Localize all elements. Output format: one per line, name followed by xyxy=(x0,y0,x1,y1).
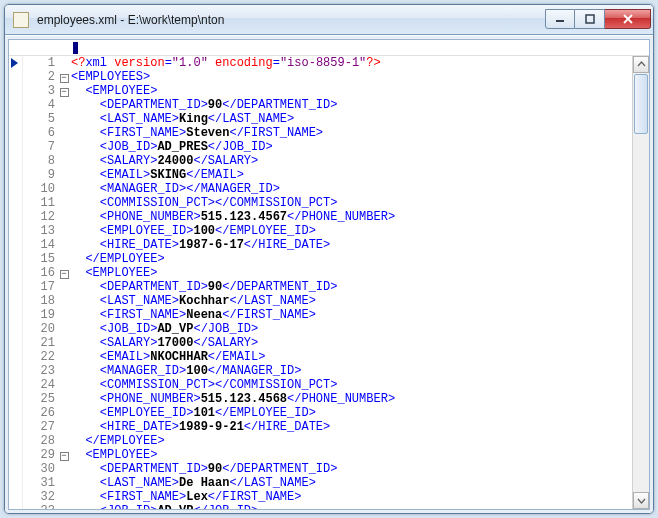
fold-toggle-icon[interactable]: − xyxy=(60,270,69,279)
bookmark-cell[interactable] xyxy=(9,296,22,310)
fold-cell[interactable] xyxy=(57,392,71,406)
code-line[interactable]: <EMPLOYEE> xyxy=(71,448,632,462)
fold-cell[interactable]: − xyxy=(57,84,71,98)
bookmark-cell[interactable] xyxy=(9,324,22,338)
fold-cell[interactable] xyxy=(57,490,71,504)
bookmark-cell[interactable] xyxy=(9,282,22,296)
bookmark-cell[interactable] xyxy=(9,408,22,422)
fold-toggle-icon[interactable]: − xyxy=(60,74,69,83)
fold-cell[interactable] xyxy=(57,56,71,70)
fold-cell[interactable] xyxy=(57,98,71,112)
code-line[interactable]: <?xml version="1.0" encoding="iso-8859-1… xyxy=(71,56,632,70)
fold-cell[interactable] xyxy=(57,238,71,252)
bookmark-cell[interactable] xyxy=(9,58,22,72)
code-line[interactable]: <LAST_NAME>De Haan</LAST_NAME> xyxy=(71,476,632,490)
bookmark-cell[interactable] xyxy=(9,450,22,464)
bookmark-cell[interactable] xyxy=(9,310,22,324)
fold-cell[interactable] xyxy=(57,280,71,294)
fold-cell[interactable] xyxy=(57,294,71,308)
vertical-scrollbar[interactable] xyxy=(632,56,649,509)
fold-cell[interactable] xyxy=(57,168,71,182)
code-line[interactable]: <HIRE_DATE>1987-6-17</HIRE_DATE> xyxy=(71,238,632,252)
code-line[interactable]: </EMPLOYEE> xyxy=(71,434,632,448)
fold-cell[interactable] xyxy=(57,182,71,196)
bookmark-cell[interactable] xyxy=(9,506,22,509)
fold-cell[interactable]: − xyxy=(57,266,71,280)
fold-cell[interactable] xyxy=(57,210,71,224)
fold-cell[interactable] xyxy=(57,420,71,434)
scrollbar-thumb[interactable] xyxy=(634,74,648,134)
bookmark-gutter[interactable] xyxy=(9,56,23,509)
code-line[interactable]: <EMPLOYEE> xyxy=(71,84,632,98)
fold-cell[interactable] xyxy=(57,308,71,322)
code-line[interactable]: <SALARY>24000</SALARY> xyxy=(71,154,632,168)
code-line[interactable]: <LAST_NAME>Kochhar</LAST_NAME> xyxy=(71,294,632,308)
fold-cell[interactable] xyxy=(57,364,71,378)
code-line[interactable]: <EMPLOYEE> xyxy=(71,266,632,280)
bookmark-cell[interactable] xyxy=(9,156,22,170)
fold-cell[interactable] xyxy=(57,126,71,140)
code-line[interactable]: <EMPLOYEES> xyxy=(71,70,632,84)
fold-cell[interactable]: − xyxy=(57,70,71,84)
fold-cell[interactable] xyxy=(57,406,71,420)
code-line[interactable]: <EMPLOYEE_ID>101</EMPLOYEE_ID> xyxy=(71,406,632,420)
bookmark-cell[interactable] xyxy=(9,226,22,240)
bookmark-cell[interactable] xyxy=(9,394,22,408)
bookmark-cell[interactable] xyxy=(9,72,22,86)
bookmark-cell[interactable] xyxy=(9,184,22,198)
bookmark-cell[interactable] xyxy=(9,170,22,184)
bookmark-cell[interactable] xyxy=(9,464,22,478)
fold-cell[interactable] xyxy=(57,154,71,168)
fold-cell[interactable] xyxy=(57,350,71,364)
scroll-up-button[interactable] xyxy=(633,56,649,73)
maximize-button[interactable] xyxy=(575,9,605,29)
bookmark-cell[interactable] xyxy=(9,352,22,366)
bookmark-cell[interactable] xyxy=(9,212,22,226)
fold-cell[interactable] xyxy=(57,322,71,336)
code-line[interactable]: <JOB_ID>AD_VP</JOB_ID> xyxy=(71,322,632,336)
code-text[interactable]: <?xml version="1.0" encoding="iso-8859-1… xyxy=(71,56,632,509)
code-line[interactable]: <DEPARTMENT_ID>90</DEPARTMENT_ID> xyxy=(71,98,632,112)
code-line[interactable]: <HIRE_DATE>1989-9-21</HIRE_DATE> xyxy=(71,420,632,434)
code-line[interactable]: <JOB_ID>AD_PRES</JOB_ID> xyxy=(71,140,632,154)
bookmark-cell[interactable] xyxy=(9,142,22,156)
code-line[interactable]: <FIRST_NAME>Neena</FIRST_NAME> xyxy=(71,308,632,322)
scroll-down-button[interactable] xyxy=(633,492,649,509)
code-line[interactable]: <COMMISSION_PCT></COMMISSION_PCT> xyxy=(71,196,632,210)
code-line[interactable]: <PHONE_NUMBER>515.123.4568</PHONE_NUMBER… xyxy=(71,392,632,406)
code-line[interactable]: <FIRST_NAME>Lex</FIRST_NAME> xyxy=(71,490,632,504)
code-line[interactable]: <EMPLOYEE_ID>100</EMPLOYEE_ID> xyxy=(71,224,632,238)
minimize-button[interactable] xyxy=(545,9,575,29)
bookmark-cell[interactable] xyxy=(9,338,22,352)
code-line[interactable]: </EMPLOYEE> xyxy=(71,252,632,266)
code-line[interactable]: <SALARY>17000</SALARY> xyxy=(71,336,632,350)
bookmark-cell[interactable] xyxy=(9,380,22,394)
bookmark-cell[interactable] xyxy=(9,254,22,268)
bookmark-cell[interactable] xyxy=(9,114,22,128)
fold-cell[interactable] xyxy=(57,378,71,392)
fold-cell[interactable] xyxy=(57,434,71,448)
code-line[interactable]: <COMMISSION_PCT></COMMISSION_PCT> xyxy=(71,378,632,392)
titlebar[interactable]: employees.xml - E:\work\temp\nton xyxy=(5,5,653,35)
code-line[interactable]: <DEPARTMENT_ID>90</DEPARTMENT_ID> xyxy=(71,280,632,294)
bookmark-cell[interactable] xyxy=(9,268,22,282)
fold-cell[interactable] xyxy=(57,112,71,126)
code-line[interactable]: <EMAIL>SKING</EMAIL> xyxy=(71,168,632,182)
bookmark-cell[interactable] xyxy=(9,198,22,212)
fold-cell[interactable] xyxy=(57,462,71,476)
close-button[interactable] xyxy=(605,9,651,29)
code-line[interactable]: <JOB ID>AD VP</JOB ID> xyxy=(71,504,632,509)
bookmark-cell[interactable] xyxy=(9,366,22,380)
fold-cell[interactable] xyxy=(57,476,71,490)
bookmark-cell[interactable] xyxy=(9,128,22,142)
bookmark-cell[interactable] xyxy=(9,478,22,492)
code-line[interactable]: <DEPARTMENT_ID>90</DEPARTMENT_ID> xyxy=(71,462,632,476)
code-line[interactable]: <FIRST_NAME>Steven</FIRST_NAME> xyxy=(71,126,632,140)
fold-gutter[interactable]: −−−− xyxy=(57,56,71,509)
fold-cell[interactable]: − xyxy=(57,448,71,462)
fold-cell[interactable] xyxy=(57,504,71,509)
fold-toggle-icon[interactable]: − xyxy=(60,452,69,461)
bookmark-cell[interactable] xyxy=(9,100,22,114)
code-line[interactable]: <PHONE_NUMBER>515.123.4567</PHONE_NUMBER… xyxy=(71,210,632,224)
code-line[interactable]: <LAST_NAME>King</LAST_NAME> xyxy=(71,112,632,126)
